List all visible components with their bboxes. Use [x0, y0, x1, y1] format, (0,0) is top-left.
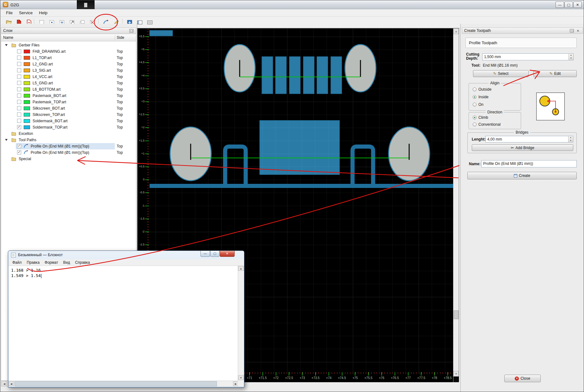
layer-side: Top	[117, 55, 123, 61]
create-button[interactable]: Create	[467, 172, 577, 179]
radio-icon[interactable]	[473, 95, 476, 99]
layer-checkbox[interactable]	[17, 56, 21, 60]
scroll-left-icon[interactable]: ◀	[2, 381, 7, 386]
layer-row[interactable]: Pastemask_BOT.artTop	[1, 93, 136, 99]
align-group-title: Aligin	[489, 81, 501, 85]
length-input[interactable]: 4,00 mm ▲▼	[485, 136, 573, 142]
layer-row[interactable]: L4_VCC.artTop	[1, 74, 136, 80]
tree-row-gerber-files[interactable]: Gerber Files	[1, 42, 136, 48]
layer-color-swatch	[24, 106, 30, 110]
layer-checkbox[interactable]	[17, 87, 21, 91]
layer-row[interactable]: Silkscreen_BOT.artTop	[1, 105, 136, 112]
float-panel-icon[interactable]	[570, 29, 574, 33]
layer-checkbox[interactable]	[17, 68, 21, 72]
layer-row[interactable]: Soldermask_BOT.artTop	[1, 118, 136, 124]
layer-checkbox[interactable]	[17, 106, 21, 110]
radio-icon[interactable]	[473, 123, 476, 126]
tree-row-excellon[interactable]: Excellon	[1, 130, 136, 137]
notepad-text-area[interactable]: 1.168 > 1.16 1.549 > 1.54	[9, 266, 238, 381]
layer-side: Top	[117, 80, 123, 86]
panel-list-button[interactable]	[145, 18, 155, 27]
notepad-menu-format[interactable]: Формат	[42, 260, 61, 265]
radio-icon[interactable]	[473, 103, 476, 106]
maximize-button[interactable]: ▢	[564, 2, 573, 8]
radio-icon[interactable]	[473, 87, 476, 91]
toolpath-row[interactable]: Profile On (End Mill (Ø1 mm))(Top) Top	[1, 143, 136, 149]
cutting-depth-input[interactable]: 1,500 mm ▲▼	[482, 53, 574, 60]
toolpath-checkbox[interactable]	[17, 150, 21, 154]
radio-icon[interactable]	[473, 116, 476, 119]
layer-row[interactable]: Pastemask_TOP.artTop	[1, 99, 136, 105]
radio-outside[interactable]: Outside	[473, 87, 491, 92]
layer-checkbox[interactable]	[17, 125, 21, 129]
add-bridge-button[interactable]: ✂Add Bridge	[472, 144, 573, 151]
notepad-horizontal-scrollbar[interactable]: ◀ ▶	[9, 381, 238, 387]
layer-checkbox[interactable]	[17, 75, 21, 79]
scrollbar-thumb[interactable]	[454, 311, 458, 319]
spinner-icon[interactable]: ▲▼	[568, 136, 573, 142]
notepad-menu-view[interactable]: Вид	[61, 260, 73, 265]
layer-checkbox[interactable]	[17, 119, 21, 123]
menu-service[interactable]: Service	[16, 9, 36, 16]
layer-row[interactable]: L3_SIG.artTop	[1, 67, 136, 74]
edit-tool-button[interactable]: ✎Edit	[533, 70, 577, 77]
layer-row[interactable]: Silkscreen_TOP.artTop	[1, 112, 136, 118]
expand-triangle-icon[interactable]	[5, 44, 8, 46]
spinner-icon[interactable]: ▲▼	[569, 54, 573, 60]
radio-inside[interactable]: Inside	[473, 95, 489, 99]
edit-tool-label: Edit	[554, 71, 561, 76]
close-toolpath-button[interactable]: ✕Close	[504, 375, 541, 382]
canvas-vertical-scrollbar[interactable]: ▲ ▼	[453, 28, 459, 382]
layer-row[interactable]: L1_TOP.artTop	[1, 55, 136, 61]
close-panel-icon[interactable]: ✕	[576, 29, 580, 33]
layer-label: L1_TOP.art	[33, 55, 52, 61]
cutting-depth-value: 1,500 mm	[484, 55, 501, 59]
column-name[interactable]: Name	[3, 35, 13, 40]
layer-checkbox[interactable]	[17, 81, 21, 85]
toolpath-row[interactable]: Profile On (End Mill (Ø1 mm))(Top) Top	[1, 149, 136, 156]
layers-column-header: Name Side	[1, 34, 136, 41]
layer-row[interactable]: L5_GND.artTop	[1, 80, 136, 86]
layer-row[interactable]: Soldermask_TOP.artTop	[1, 124, 136, 130]
layer-checkbox[interactable]	[17, 112, 21, 117]
layer-row[interactable]: L2_GND.artTop	[1, 61, 136, 67]
layer-row[interactable]: L6_BOTTOM.artTop	[1, 86, 136, 93]
layer-checkbox[interactable]	[17, 49, 21, 53]
notepad-title-bar[interactable]: Безымянный — Блокнот — ▢ ✕	[8, 251, 244, 259]
tree-row-special[interactable]: Special	[1, 156, 136, 162]
scroll-left-icon[interactable]: ◀	[9, 381, 14, 386]
tree-row-tool-paths[interactable]: Tool Paths	[1, 137, 136, 143]
radio-conventional[interactable]: Conventional	[473, 122, 501, 127]
layer-side: Top	[117, 105, 123, 112]
radio-on[interactable]: On	[473, 102, 483, 107]
layer-row[interactable]: FAB_DRAWING.artTop	[1, 48, 136, 55]
scroll-up-icon[interactable]: ▲	[238, 266, 244, 271]
notepad-menu-file[interactable]: Файл	[10, 260, 24, 265]
notepad-minimize-button[interactable]: —	[200, 251, 210, 257]
expand-triangle-icon[interactable]	[5, 139, 8, 141]
notepad-vertical-scrollbar[interactable]: ▲ ▼	[238, 266, 244, 381]
name-input[interactable]: Profile On (End Mill (Ø1 mm))	[481, 160, 577, 167]
scroll-down-icon[interactable]: ▼	[453, 371, 459, 377]
minimize-button[interactable]: —	[556, 2, 564, 8]
layer-checkbox[interactable]	[17, 93, 21, 98]
menu-help[interactable]: Help	[36, 9, 51, 16]
scrollbar-thumb[interactable]	[15, 381, 217, 386]
notepad-close-button[interactable]: ✕	[220, 251, 235, 257]
scroll-down-icon[interactable]: ▼	[238, 375, 244, 380]
layer-checkbox[interactable]	[17, 100, 21, 104]
layer-label: L5_GND.art	[33, 80, 53, 86]
notepad-window[interactable]: Безымянный — Блокнот — ▢ ✕ Файл Правка Ф…	[8, 250, 244, 388]
scroll-up-icon[interactable]: ▲	[453, 28, 459, 34]
radio-climb[interactable]: Climb	[473, 115, 488, 120]
notepad-menu-edit[interactable]: Правка	[24, 260, 42, 265]
toolpath-checkbox[interactable]	[17, 144, 21, 148]
column-side[interactable]: Side	[117, 35, 124, 40]
select-tool-button[interactable]: ✎Select	[473, 70, 529, 77]
layer-checkbox[interactable]	[17, 62, 21, 66]
notepad-maximize-button[interactable]: ▢	[210, 251, 219, 257]
close-button[interactable]: ✕	[573, 2, 582, 8]
menu-file[interactable]: File	[3, 9, 16, 16]
float-panel-icon[interactable]	[129, 29, 133, 33]
notepad-menu-help[interactable]: Справка	[72, 260, 92, 265]
